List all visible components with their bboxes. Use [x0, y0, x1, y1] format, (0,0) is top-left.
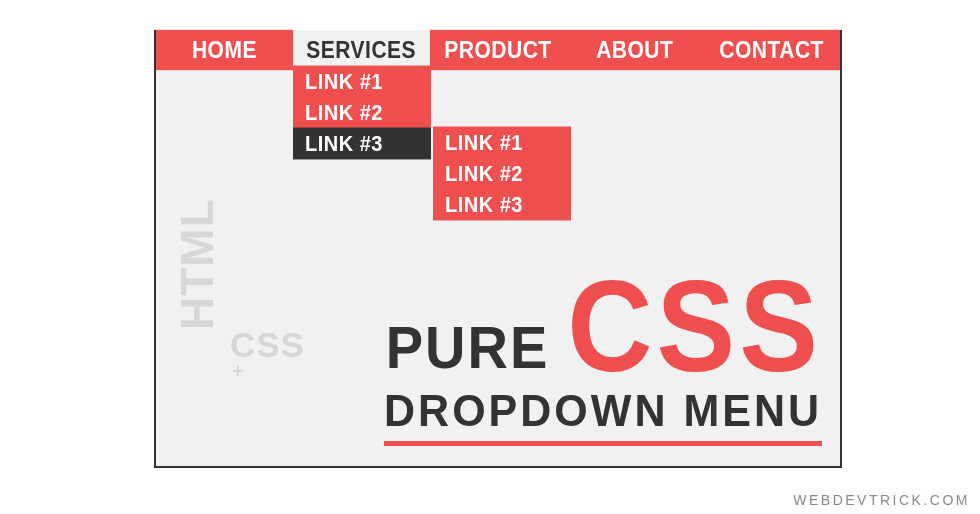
- dropdown-link-2[interactable]: LINK #2: [293, 97, 431, 129]
- title-dropdown-menu: DROPDOWN MENU: [384, 385, 822, 436]
- nav-home[interactable]: HOME: [156, 30, 293, 70]
- dropdown-link-1[interactable]: LINK #1: [293, 66, 431, 98]
- sub-dropdown-menu: LINK #1 LINK #2 LINK #3: [433, 128, 571, 221]
- demo-frame: HOME SERVICES PRODUCT ABOUT CONTACT LINK…: [154, 30, 842, 468]
- side-plus-text: +: [232, 360, 245, 383]
- navbar: HOME SERVICES PRODUCT ABOUT CONTACT: [156, 32, 840, 68]
- dropdown-link-3[interactable]: LINK #3: [293, 128, 431, 160]
- sub-link-1[interactable]: LINK #1: [433, 127, 571, 159]
- title-block: PURE CSS DROPDOWN MENU: [384, 276, 822, 446]
- nav-product[interactable]: PRODUCT: [430, 30, 567, 70]
- title-underline: [384, 441, 822, 446]
- sub-link-2[interactable]: LINK #2: [433, 158, 571, 190]
- title-pure: PURE: [386, 313, 550, 381]
- dropdown-menu: LINK #1 LINK #2 LINK #3: [293, 67, 431, 160]
- nav-services[interactable]: SERVICES: [293, 30, 430, 70]
- sub-link-3[interactable]: LINK #3: [433, 189, 571, 221]
- nav-about[interactable]: ABOUT: [566, 30, 703, 70]
- title-css: CSS: [567, 271, 822, 381]
- side-html-text: HTML: [170, 198, 224, 330]
- watermark: WEBDEVTRICK.COM: [793, 492, 970, 508]
- side-css-text: CSS: [230, 325, 305, 365]
- nav-contact[interactable]: CONTACT: [703, 30, 840, 70]
